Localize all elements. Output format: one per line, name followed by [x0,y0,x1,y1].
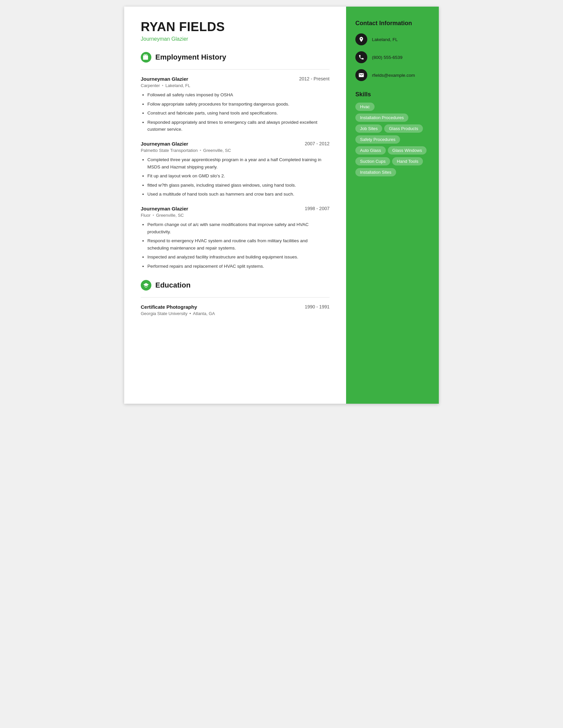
skill-tag-3: Glass Products [384,124,423,133]
job-block-1: Journeyman Glazier 2012 - Present Carpen… [141,76,330,133]
email-icon-circle [355,69,367,81]
contact-phone-item: (800) 555-6539 [355,51,430,63]
job-block-3: Journeyman Glazier 1998 - 2007 Fluor • G… [141,206,330,270]
contact-email-text: rfields@example.com [372,73,415,78]
job-subtitle-2: Palmetto State Transportation • Greenvil… [141,148,330,153]
candidate-title: Journeyman Glazier [141,36,330,42]
job-company-3: Fluor [141,213,151,218]
contact-phone-text: (800) 555-6539 [372,55,402,60]
edu-dates-1: 1990 - 1991 [305,304,330,309]
skill-tag-1: Installation Procedures [355,114,408,122]
bullet-2-1: Fit up and layout work on GMD silo's 2. [147,172,330,180]
skill-tag-6: Glass Windows [388,146,427,155]
skills-section: Skills HvacInstallation ProceduresJob Si… [355,91,430,179]
job-title-3: Journeyman Glazier [141,206,188,211]
bullet-3-0: Perform change out of a/c with same modi… [147,221,330,235]
job-bullets-2: Completed three year apprenticeship prog… [141,156,330,198]
job-subtitle-1: Carpenter • Lakeland, FL [141,83,330,88]
job-dates-3: 1998 - 2007 [305,206,330,211]
bullet-2-3: Used a multitude of hand tools such as h… [147,191,330,198]
job-location-3: Greenville, SC [156,213,184,218]
candidate-name: RYAN FIELDS [141,20,330,34]
skills-section-title: Skills [355,91,430,98]
bullet-1-1: Follow appropriate safety procedures for… [147,101,330,108]
employment-title: Employment History [155,53,226,62]
bullet-2-2: fitted w?th glass panels, including stai… [147,182,330,189]
skill-tag-2: Job Sites [355,124,382,133]
education-icon [141,280,151,291]
resume-container: RYAN FIELDS Journeyman Glazier Employmen… [124,7,439,404]
main-section: RYAN FIELDS Journeyman Glazier Employmen… [124,7,346,404]
bullet-1-2: Construct and fabricate parts, using han… [147,110,330,117]
bullet-3-1: Respond to emergency HVAC system and rou… [147,237,330,251]
phone-icon [358,54,364,60]
job-bullets-1: Followed all safety rules imposed by OSH… [141,91,330,133]
job-header-2: Journeyman Glazier 2007 - 2012 [141,141,330,147]
education-title: Education [155,281,190,290]
edu-location-1: Atlanta, GA [193,311,214,316]
edu-subtitle-1: Georgia State University • Atlanta, GA [141,311,330,316]
contact-section-title: Contact Information [355,20,430,27]
employment-section-header: Employment History [141,52,330,63]
job-header-1: Journeyman Glazier 2012 - Present [141,76,330,82]
skill-tag-5: Auto Glass [355,146,386,155]
job-company-1: Carpenter [141,83,160,88]
contact-email-item: rfields@example.com [355,69,430,81]
employment-divider [141,69,330,69]
job-dates-2: 2007 - 2012 [305,141,330,146]
job-dates-1: 2012 - Present [299,76,330,81]
skill-tag-7: Suction Cups [355,157,390,165]
contact-location-text: Lakeland, FL [372,37,398,42]
skill-tag-4: Safety Procedures [355,135,400,144]
job-location-2: Greenville, SC [203,148,231,153]
bullet-1-0: Followed all safety rules imposed by OSH… [147,91,330,99]
skill-tag-8: Hand Tools [392,157,423,165]
job-location-1: Lakeland, FL [165,83,190,88]
location-icon [358,36,364,42]
education-divider [141,297,330,297]
bullet-2-0: Completed three year apprenticeship prog… [147,156,330,170]
email-icon [358,72,364,78]
skill-tag-9: Installation Sites [355,168,396,176]
job-header-3: Journeyman Glazier 1998 - 2007 [141,206,330,211]
edu-header-1: Certificate Photography 1990 - 1991 [141,304,330,310]
job-subtitle-3: Fluor • Greenville, SC [141,213,330,218]
phone-icon-circle [355,51,367,63]
bullet-1-3: Responded appropriately and times to eme… [147,119,330,133]
sidebar: Contact Information Lakeland, FL (800) 5… [346,7,439,404]
contact-location-item: Lakeland, FL [355,33,430,45]
job-block-2: Journeyman Glazier 2007 - 2012 Palmetto … [141,141,330,198]
bullet-3-3: Performed repairs and replacement of HVA… [147,263,330,270]
job-bullets-3: Perform change out of a/c with same modi… [141,221,330,270]
education-section-header: Education [141,280,330,291]
edu-block-1: Certificate Photography 1990 - 1991 Geor… [141,304,330,316]
location-icon-circle [355,33,367,45]
edu-school-1: Georgia State University [141,311,187,316]
job-title-1: Journeyman Glazier [141,76,188,82]
edu-degree-1: Certificate Photography [141,304,197,310]
skills-tags-container: HvacInstallation ProceduresJob SitesGlas… [355,103,430,179]
job-title-2: Journeyman Glazier [141,141,188,147]
bullet-3-2: Inspected and analyzed facility infrastr… [147,253,330,261]
employment-icon [141,52,151,63]
job-company-2: Palmetto State Transportation [141,148,198,153]
skill-tag-0: Hvac [355,103,375,111]
